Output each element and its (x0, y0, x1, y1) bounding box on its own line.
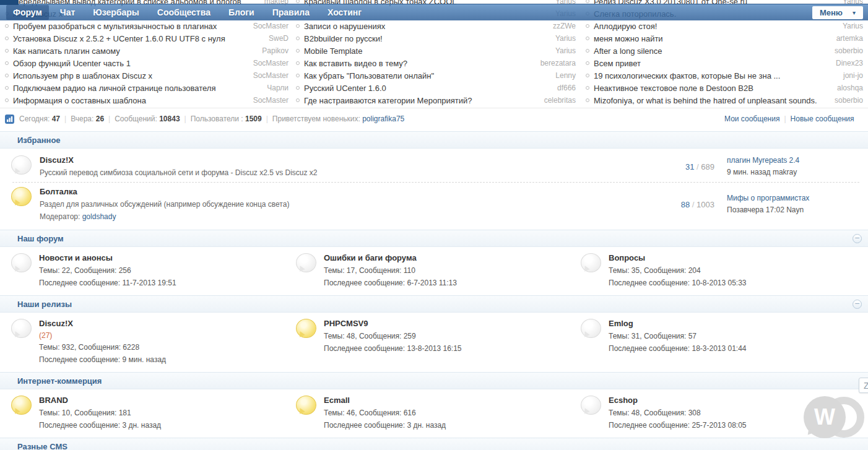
forum-title-link[interactable]: Болталка (40, 187, 656, 197)
forum-title-link[interactable]: BRAND (39, 396, 161, 405)
forum-bubble-icon[interactable] (11, 319, 32, 338)
bullet-icon (296, 98, 300, 102)
forum-info: EmlogТемы: 31, Сообщения: 57Последнее со… (609, 319, 747, 353)
forum-bubble-icon[interactable] (296, 253, 316, 272)
topic-link[interactable]: Записи о нарушениях (304, 22, 547, 31)
forum-stats: Темы: 48, Сообщения: 308 (609, 409, 747, 418)
topic-author-link[interactable]: soberbio (835, 46, 863, 55)
forum-title-link[interactable]: PHPCMSV9 (324, 319, 462, 329)
topic-link[interactable]: Установка Discuz x 2.5.2 + UCenter 1.6.0… (13, 34, 263, 43)
newest-user-link[interactable]: poligrafika75 (362, 115, 404, 123)
bullet-icon (5, 24, 9, 28)
topic-link[interactable]: Информация о составных шаблона (13, 96, 247, 105)
forum-bubble-icon[interactable] (11, 155, 32, 175)
forum-title-link[interactable]: Ecshop (609, 396, 747, 405)
topic-link[interactable]: Русский UCenter 1.6.0 (304, 84, 551, 93)
nav-item-communities[interactable]: Сообщества (150, 5, 217, 20)
nav-item-hosting[interactable]: Хостинг (321, 5, 368, 20)
topic-link[interactable]: Как убрать "Пользователи онлайн" (304, 71, 549, 80)
topic-link[interactable]: Всем привет (594, 59, 830, 68)
topic-author-link[interactable]: aloshqa (837, 84, 863, 92)
moderator-link[interactable]: goldshady (82, 212, 116, 221)
topic-author-link[interactable]: Yarius (555, 46, 576, 55)
forum-title-link[interactable]: Вопросы (609, 253, 747, 263)
topic-author-link[interactable]: Yarius (843, 22, 863, 30)
my-posts-link[interactable]: Мои сообщения (724, 115, 779, 123)
topic-author-link[interactable]: SocMaster (253, 71, 289, 80)
section-header: Разные CMS (0, 438, 868, 450)
topic-author-link[interactable]: SweD (269, 34, 289, 43)
topic-author-link[interactable]: SocMaster (253, 96, 289, 105)
topic-link[interactable]: Mobile Template (304, 46, 549, 56)
collapse-section-button[interactable]: – (853, 234, 862, 243)
topic-author-link[interactable]: Lenny (555, 71, 576, 80)
forum-bubble-icon[interactable] (581, 253, 601, 272)
topic-author-link[interactable]: celebritas (544, 96, 576, 105)
topic-author-link[interactable]: Dinex23 (836, 59, 863, 67)
nav-item-chat[interactable]: Чат (53, 5, 82, 20)
forum-info: PHPCMSV9Темы: 48, Сообщения: 259Последне… (324, 319, 462, 353)
topic-link[interactable]: Mizofoniya, or what is behind the hatred… (594, 96, 828, 105)
topic-author-link[interactable]: SocMaster (253, 59, 289, 67)
forum-bubble-icon[interactable] (11, 253, 32, 272)
forum-bubble-icon[interactable] (11, 187, 32, 206)
topic-link[interactable]: 19 психологических фактов, которые Вы не… (594, 71, 837, 80)
topic-author-link[interactable]: joni-jo (843, 71, 863, 80)
nav-item-forum[interactable]: Форум (6, 5, 49, 20)
topic-row: Обзор функций Ucenter часть 1SocMaster (5, 57, 289, 69)
forum-section: ИзбранноеDiscuz!XРусский перевод симбиоз… (0, 131, 868, 230)
topic-author-link[interactable]: Yarius (555, 34, 576, 43)
topic-link[interactable]: меня можно найти (594, 34, 830, 43)
forum-cell: PHPCMSV9Темы: 48, Сообщения: 259Последне… (285, 319, 570, 365)
forum-info: Ошибки и баги форумаТемы: 17, Сообщения:… (324, 253, 457, 288)
new-posts-link[interactable]: Новые сообщения (791, 115, 854, 123)
forum-title-link[interactable]: Ecmall (324, 396, 446, 405)
topic-author-link[interactable]: soberbio (835, 96, 863, 105)
forum-bubble-icon[interactable] (296, 319, 316, 338)
topic-link[interactable]: Используем php в шаблонах Discuz x (13, 71, 247, 80)
forum-stats: Темы: 46, Сообщения: 616 (324, 409, 446, 418)
floating-widget[interactable]: Z (859, 378, 868, 393)
lastpost-link[interactable]: Мифы о программистах (727, 194, 809, 202)
separator: | (266, 115, 268, 123)
menu-button[interactable]: Меню ▾ (812, 6, 863, 19)
topic-link[interactable]: Пробуем разобраться с мультиязычностью в… (13, 22, 247, 31)
forum-info: EcshopТемы: 48, Сообщения: 308Последнее … (609, 396, 747, 430)
topic-link[interactable]: B2bbuilder по русски! (304, 34, 549, 43)
bullet-icon (296, 49, 300, 53)
forum-bubble-icon[interactable] (581, 319, 601, 338)
topic-author-link[interactable]: df666 (557, 84, 576, 92)
forum-title-link[interactable]: Discuz!X (40, 155, 656, 165)
forum-info: Discuz!X(27)Темы: 932, Сообщения: 6228По… (39, 319, 166, 365)
topic-link[interactable]: Как вставить видео в тему? (304, 59, 534, 68)
collapse-section-button[interactable]: – (853, 300, 862, 309)
section-title: Избранное (17, 136, 61, 145)
forum-title-link[interactable]: Discuz!X (39, 319, 166, 329)
nav-item-blogs[interactable]: Блоги (222, 5, 261, 20)
topic-author-link[interactable]: Papikov (262, 46, 289, 55)
topic-author-link[interactable]: artemka (836, 34, 863, 43)
topic-link[interactable]: Как написать плагин самому (13, 46, 256, 56)
topic-author-link[interactable]: Чарли (267, 84, 289, 92)
nav-item-userbars[interactable]: Юзербары (86, 5, 146, 20)
forum-bubble-icon[interactable] (581, 396, 601, 415)
forum-title-link[interactable]: Emlog (609, 319, 747, 329)
section-body: Discuz!XРусский перевод симбиоза социаль… (0, 149, 868, 230)
topic-author-link[interactable]: SocMaster (253, 22, 289, 30)
forum-bubble-icon[interactable] (11, 396, 32, 415)
topic-link[interactable]: Подключаем радио на личной странице поль… (13, 84, 261, 93)
topic-link[interactable]: Неактивное текстовое поле в Destoon B2B (594, 84, 831, 93)
topic-author-link[interactable]: berezatara (540, 59, 576, 67)
forum-bubble-icon[interactable] (296, 396, 316, 415)
topic-link[interactable]: Аплодирую стоя! (594, 22, 836, 31)
topic-link[interactable]: After a long silence (594, 46, 828, 56)
topic-link[interactable]: Где настраиваются категории Мероприятий? (304, 96, 538, 105)
nav-item-rules[interactable]: Правила (266, 5, 316, 20)
topic-author-link[interactable]: zzZWe (553, 22, 576, 30)
stat-value: 26 (96, 115, 104, 123)
forum-title-link[interactable]: Ошибки и баги форума (324, 253, 457, 263)
forum-title-link[interactable]: Новости и анонсы (39, 253, 176, 263)
forum-cell: ВопросыТемы: 35, Сообщения: 204Последнее… (570, 253, 747, 288)
topic-link[interactable]: Обзор функций Ucenter часть 1 (13, 59, 247, 68)
lastpost-link[interactable]: плагин Myrepeats 2.4 (727, 156, 799, 165)
